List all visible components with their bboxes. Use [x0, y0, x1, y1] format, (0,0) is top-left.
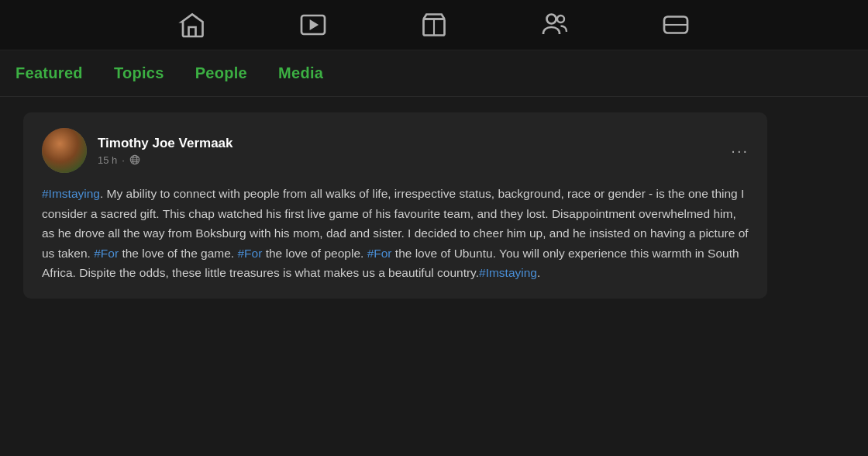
post-end: . [537, 266, 540, 279]
post-card: Timothy Joe Vermaak 15 h · ··· [23, 112, 767, 299]
hashtag-imstaying-start: #Imstaying [42, 187, 100, 200]
globe-icon [129, 154, 140, 165]
hashtag-imstaying-end: #Imstaying [479, 266, 537, 279]
tab-featured[interactable]: Featured [16, 57, 83, 90]
post-body-2: the love of the game. [119, 247, 237, 260]
hashtag-for-1: #For [94, 247, 119, 260]
post-header: Timothy Joe Vermaak 15 h · ··· [42, 128, 749, 173]
author-details: Timothy Joe Vermaak 15 h · [98, 135, 233, 165]
groups-nav-icon[interactable] [541, 11, 569, 39]
video-nav-icon[interactable] [299, 11, 327, 39]
marketplace-nav-icon[interactable] [420, 11, 448, 39]
content-area: Timothy Joe Vermaak 15 h · ··· [0, 97, 868, 456]
svg-marker-1 [311, 22, 317, 29]
post-meta: 15 h · [98, 154, 233, 166]
author-name: Timothy Joe Vermaak [98, 135, 233, 152]
separator: · [122, 154, 125, 166]
post-body-3: the love of people. [262, 247, 367, 260]
hashtag-for-2: #For [237, 247, 262, 260]
hashtag-for-3: #For [367, 247, 392, 260]
svg-point-6 [557, 16, 564, 22]
avatar [42, 128, 87, 173]
post-text: #Imstaying. My ability to connect with p… [42, 184, 749, 283]
post-author-info: Timothy Joe Vermaak 15 h · [42, 128, 233, 173]
gaming-nav-icon[interactable] [662, 11, 690, 39]
tab-people[interactable]: People [195, 57, 247, 90]
svg-point-5 [547, 15, 556, 24]
more-options-button[interactable]: ··· [731, 143, 749, 158]
tab-media[interactable]: Media [278, 57, 323, 90]
home-nav-icon[interactable] [178, 11, 206, 39]
tabs-bar: Featured Topics People Media [0, 50, 868, 97]
top-nav [0, 0, 868, 50]
post-time: 15 h [98, 154, 117, 166]
tab-topics[interactable]: Topics [114, 57, 164, 90]
